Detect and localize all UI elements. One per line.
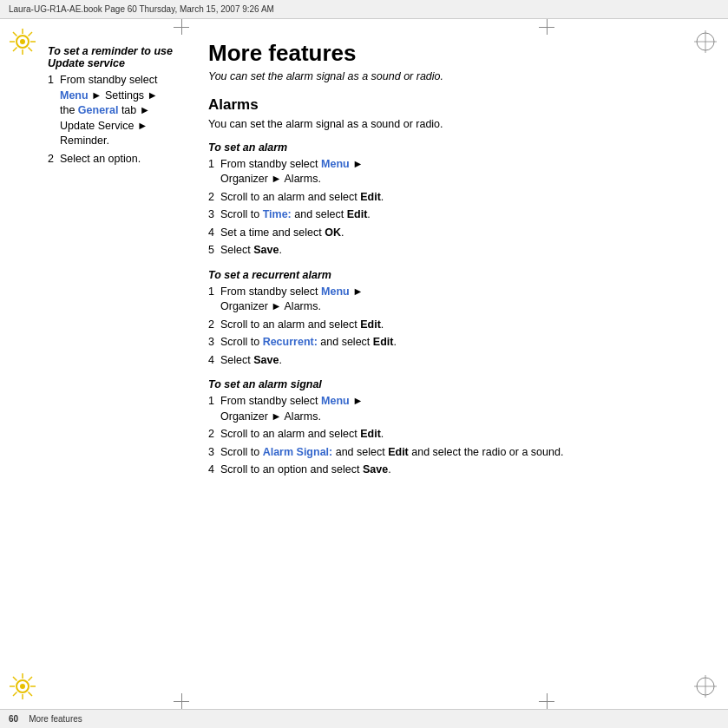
alarms-section: Alarms You can set the alarm signal as a… — [208, 96, 693, 478]
step-list: 1 From standby select Menu ►Organizer ► … — [208, 394, 693, 478]
left-column: To set a reminder to use Update service … — [0, 19, 191, 709]
nav-menu: Menu — [321, 395, 350, 407]
list-item: 4 Set a time and select OK. — [208, 226, 693, 241]
left-step-list: 1 From standby select Menu ► Settings ► … — [48, 73, 174, 167]
step-list: 1 From standby select Menu ►Organizer ► … — [208, 157, 693, 259]
nav-menu: Menu — [321, 285, 350, 298]
subsection-recurrent-alarm: To set a recurrent alarm 1 From standby … — [208, 269, 693, 369]
step-number: 2 — [48, 152, 60, 167]
nav-menu: Menu — [321, 158, 350, 170]
subsection-title: To set an alarm — [208, 141, 693, 154]
list-item: 4 Select Save. — [208, 353, 693, 369]
left-section-title: To set a reminder to use Update service — [48, 45, 174, 69]
step-list: 1 From standby select Menu ►Organizer ► … — [208, 285, 693, 369]
step-text: Scroll to Recurrent: and select Edit. — [220, 335, 693, 351]
list-item: 1 From standby select Menu ► Settings ► … — [48, 73, 174, 149]
bold-word: Save — [253, 354, 279, 366]
page-container: Laura-UG-R1A-AE.book Page 60 Thursday, M… — [0, 0, 728, 728]
step-text: Select an option. — [60, 152, 174, 167]
step-number: 4 — [208, 226, 220, 241]
main-heading: More features — [208, 41, 693, 66]
step-text: Scroll to Time: and select Edit. — [220, 207, 693, 223]
subsection-set-alarm: To set an alarm 1 From standby select Me… — [208, 141, 693, 259]
step-text: Set a time and select OK. — [220, 226, 693, 241]
step-number: 5 — [208, 243, 220, 259]
step-number: 2 — [208, 427, 220, 443]
bold-word: Edit — [360, 318, 381, 331]
subsection-title: To set a recurrent alarm — [208, 269, 693, 281]
content-area: To set a reminder to use Update service … — [0, 19, 728, 709]
step-text: From standby select Menu ► Settings ► th… — [60, 73, 174, 149]
right-column: More features You can set the alarm sign… — [191, 19, 728, 709]
nav-general: General — [78, 104, 119, 116]
nav-time: Time: — [263, 208, 292, 220]
step-text: From standby select Menu ►Organizer ► Al… — [220, 157, 693, 187]
nav-alarm-signal: Alarm Signal: — [263, 446, 333, 458]
bold-word: Save — [363, 463, 388, 475]
list-item: 1 From standby select Menu ►Organizer ► … — [208, 157, 693, 187]
list-item: 2 Scroll to an alarm and select Edit. — [208, 318, 693, 333]
list-item: 3 Scroll to Alarm Signal: and select Edi… — [208, 445, 693, 461]
subsection-alarm-signal: To set an alarm signal 1 From standby se… — [208, 378, 693, 478]
bold-word: Edit — [347, 208, 368, 220]
bold-word: Edit — [388, 446, 409, 458]
step-number: 3 — [208, 335, 220, 351]
nav-recurrent: Recurrent: — [263, 336, 318, 348]
step-number: 1 — [48, 73, 60, 149]
nav-menu: Menu — [60, 89, 89, 102]
subsection-title: To set an alarm signal — [208, 378, 693, 390]
step-number: 2 — [208, 318, 220, 333]
list-item: 2 Scroll to an alarm and select Edit. — [208, 427, 693, 443]
step-number: 4 — [208, 462, 220, 478]
list-item: 2 Select an option. — [48, 152, 174, 167]
step-text: Scroll to an alarm and select Edit. — [220, 318, 693, 333]
bottom-bar: 60 More features — [0, 709, 728, 728]
step-text: Scroll to an alarm and select Edit. — [220, 427, 693, 443]
step-number: 1 — [208, 285, 220, 315]
bottom-bar-label: More features — [29, 714, 82, 724]
list-item: 2 Scroll to an alarm and select Edit. — [208, 190, 693, 206]
bold-word: Edit — [373, 336, 394, 348]
step-text: Select Save. — [220, 243, 693, 259]
list-item: 5 Select Save. — [208, 243, 693, 259]
step-text: From standby select Menu ►Organizer ► Al… — [220, 394, 693, 424]
top-bar: Laura-UG-R1A-AE.book Page 60 Thursday, M… — [0, 0, 728, 19]
list-item: 1 From standby select Menu ►Organizer ► … — [208, 285, 693, 315]
list-item: 3 Scroll to Time: and select Edit. — [208, 207, 693, 223]
step-text: Scroll to an alarm and select Edit. — [220, 190, 693, 206]
step-number: 1 — [208, 394, 220, 424]
bold-word: Edit — [360, 191, 381, 203]
step-text: Scroll to Alarm Signal: and select Edit … — [220, 445, 693, 461]
step-number: 4 — [208, 353, 220, 369]
step-number: 1 — [208, 157, 220, 187]
list-item: 4 Scroll to an option and select Save. — [208, 462, 693, 478]
alarms-intro: You can set the alarm signal as a sound … — [208, 117, 693, 133]
sub-heading: You can set the alarm signal as a sound … — [208, 69, 693, 85]
step-number: 3 — [208, 445, 220, 461]
step-number: 3 — [208, 207, 220, 223]
alarms-heading: Alarms — [208, 96, 693, 114]
bold-word: OK — [325, 226, 341, 239]
page-number: 60 — [9, 714, 18, 724]
step-text: From standby select Menu ►Organizer ► Al… — [220, 285, 693, 315]
step-text: Scroll to an option and select Save. — [220, 462, 693, 478]
step-text: Select Save. — [220, 353, 693, 369]
list-item: 1 From standby select Menu ►Organizer ► … — [208, 394, 693, 424]
top-bar-label: Laura-UG-R1A-AE.book Page 60 Thursday, M… — [9, 4, 274, 14]
bold-word: Save — [253, 244, 279, 256]
step-number: 2 — [208, 190, 220, 206]
bold-word: Edit — [360, 428, 381, 440]
list-item: 3 Scroll to Recurrent: and select Edit. — [208, 335, 693, 351]
